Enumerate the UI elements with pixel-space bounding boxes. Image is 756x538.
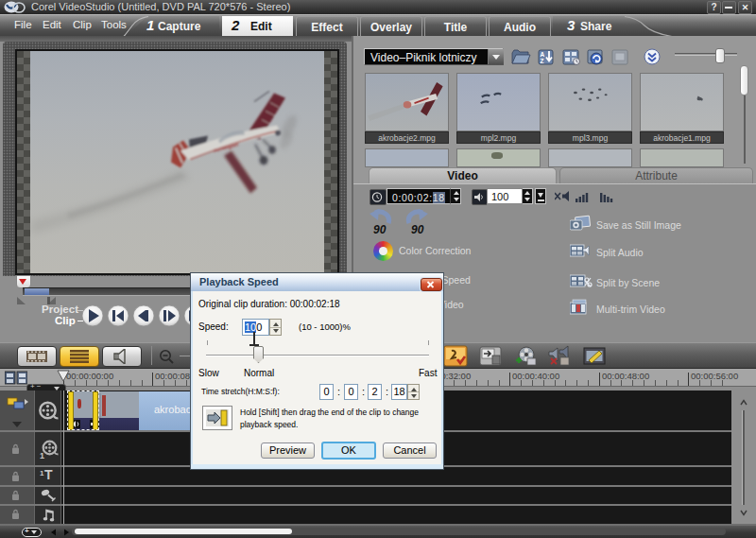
svg-text:1: 1 [40, 451, 44, 460]
svg-text:90: 90 [411, 223, 424, 234]
svg-text:Z: Z [541, 58, 544, 64]
svg-text:A: A [541, 51, 545, 58]
svg-text:90: 90 [373, 223, 387, 234]
